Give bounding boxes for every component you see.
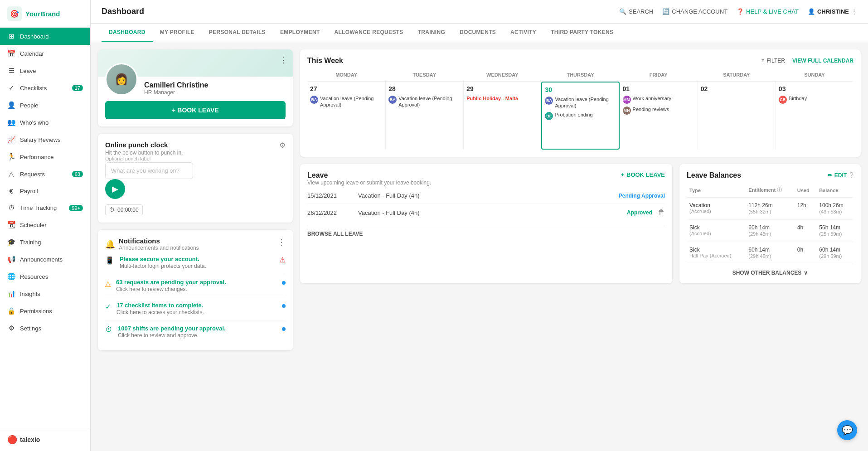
punch-input-label: Optional punch label	[105, 156, 286, 161]
notif-item-requests[interactable]: △ 63 requests are pending your approval.…	[105, 274, 286, 297]
leave-status: Approved	[627, 209, 652, 216]
dashboard-icon: ⊞	[7, 32, 15, 40]
sidebar-item-announcements[interactable]: 📢 Announcements	[0, 251, 90, 268]
cal-day-header-sunday: SUNDAY	[776, 70, 853, 82]
sidebar-item-checklists[interactable]: ✓ Checklists 17	[0, 79, 90, 97]
cal-day-03: 03CRBirthday	[776, 82, 853, 150]
punch-header: Online punch clock Hit the below button …	[105, 141, 286, 156]
sidebar-label-insights: Insights	[20, 291, 40, 297]
punch-info: Online punch clock Hit the below button …	[105, 141, 183, 156]
sidebar-item-time-tracking[interactable]: ⏱ Time Tracking 99+	[0, 199, 90, 216]
notif-shifts-desc: Click here to review and approve.	[118, 332, 276, 339]
sidebar-item-people[interactable]: 👤 People	[0, 97, 90, 114]
notif-secure-link[interactable]: Please secure your account.	[120, 256, 199, 262]
lb-type-sub: (Accrued)	[689, 209, 743, 214]
leave-title: Leave	[307, 171, 431, 179]
notif-item-shifts[interactable]: ⏱ 1007 shifts are pending your approval.…	[105, 320, 286, 343]
main-area: Dashboard 🔍 SEARCH 🔄 CHANGE ACCOUNT ❓ HE…	[91, 0, 868, 451]
sidebar-item-calendar[interactable]: 📅 Calendar	[0, 45, 90, 62]
sidebar-item-leave[interactable]: ☰ Leave	[0, 62, 90, 79]
profile-body: 👩 Camilleri Christine HR Manager	[98, 63, 293, 96]
book-leave-button[interactable]: + BOOK LEAVE	[105, 101, 286, 119]
cal-avatar: CR	[779, 96, 787, 104]
notif-checklists-link[interactable]: 17 checklist items to complete.	[116, 302, 203, 309]
show-other-balances-button[interactable]: SHOW OTHER BALANCES ∨	[687, 264, 853, 276]
search-action[interactable]: 🔍 SEARCH	[619, 8, 653, 15]
sidebar-item-training[interactable]: 🎓 Training	[0, 233, 90, 251]
sidebar-item-salary-reviews[interactable]: 📈 Salary Reviews	[0, 131, 90, 148]
lb-balance: 60h 14m(29h 59m)	[816, 242, 853, 264]
sidebar-item-scheduler[interactable]: 📆 Scheduler	[0, 216, 90, 233]
notif-secure-text: Please secure your account. Multi-factor…	[120, 256, 274, 269]
notif-item-checklists[interactable]: ✓ 17 checklist items to complete. Click …	[105, 297, 286, 320]
book-leave-link[interactable]: + BOOK LEAVE	[621, 171, 665, 178]
notif-item-secure[interactable]: 📱 Please secure your account. Multi-fact…	[105, 251, 286, 274]
sidebar-label-settings: Settings	[20, 325, 41, 332]
cal-day-header-wednesday: WEDNESDAY	[463, 70, 541, 82]
cal-event-text: Birthday	[789, 95, 807, 102]
user-menu-icon: ⋮	[851, 8, 857, 15]
sidebar-item-whos-who[interactable]: 👥 Who's who	[0, 114, 90, 131]
change-account-action[interactable]: 🔄 CHANGE ACCOUNT	[662, 8, 727, 15]
leave-header: Leave View upcoming leave or submit your…	[307, 171, 665, 186]
cal-day-header-tuesday: TUESDAY	[385, 70, 463, 82]
calendar-icon: 📅	[7, 49, 15, 58]
cal-event-text: Vacation leave (Pending Approval)	[320, 95, 383, 108]
leave-icon: ☰	[7, 67, 15, 75]
leave-delete-button[interactable]: 🗑	[658, 209, 665, 217]
sidebar-item-performance[interactable]: 🏃 Performance	[0, 148, 90, 165]
bottom-row: Leave View upcoming leave or submit your…	[300, 164, 861, 283]
tab-dashboard[interactable]: DASHBOARD	[102, 24, 153, 42]
sidebar-item-payroll[interactable]: € Payroll	[0, 183, 90, 199]
sidebar-label-training: Training	[20, 239, 41, 246]
lb-edit-button[interactable]: ✏ EDIT	[828, 172, 847, 179]
tab-my-profile[interactable]: MY PROFILE	[153, 24, 202, 42]
notif-requests-link[interactable]: 63 requests are pending your approval.	[116, 279, 226, 286]
tab-training[interactable]: TRAINING	[411, 24, 452, 42]
sidebar-item-permissions[interactable]: 🔒 Permissions	[0, 302, 90, 320]
sidebar-item-insights[interactable]: 📊 Insights	[0, 285, 90, 302]
cal-day-header-friday: FRIDAY	[620, 70, 698, 82]
topbar: Dashboard 🔍 SEARCH 🔄 CHANGE ACCOUNT ❓ HE…	[91, 0, 868, 24]
lb-type: Sick (Accrued)	[687, 220, 746, 242]
tab-allowance-requests[interactable]: ALLOWANCE REQUESTS	[327, 24, 411, 42]
sidebar-item-settings[interactable]: ⚙ Settings	[0, 320, 90, 337]
punch-play-button[interactable]: ▶	[105, 179, 125, 199]
calendar-filter-button[interactable]: ≡ FILTER	[761, 58, 785, 64]
browse-all-leave-link[interactable]: BROWSE ALL LEAVE	[307, 226, 665, 237]
sidebar-label-checklists: Checklists	[20, 85, 47, 92]
punch-settings-icon[interactable]: ⚙	[279, 141, 286, 150]
sidebar-item-requests[interactable]: △ Requests 63	[0, 165, 90, 183]
tab-third-party-tokens[interactable]: THIRD PARTY TOKENS	[543, 24, 621, 42]
cal-date-28: 28	[388, 85, 461, 92]
tab-personal-details[interactable]: PERSONAL DETAILS	[202, 24, 273, 42]
notif-shifts-link[interactable]: 1007 shifts are pending your approval.	[118, 325, 226, 332]
tab-documents[interactable]: DOCUMENTS	[452, 24, 503, 42]
cal-event-text: Pending reviews	[633, 106, 669, 112]
leave-card: Leave View upcoming leave or submit your…	[300, 164, 672, 283]
user-action[interactable]: 👤 CHRISTINE ⋮	[808, 8, 857, 15]
lb-help-icon[interactable]: ?	[849, 171, 853, 179]
notif-kebab-menu[interactable]: ⋮	[277, 237, 286, 247]
checklist-icon: ✓	[105, 302, 111, 311]
lb-type-name: Vacation	[689, 202, 743, 209]
view-full-calendar-link[interactable]: VIEW FULL CALENDAR	[792, 58, 853, 64]
chat-bubble-button[interactable]: 💬	[837, 420, 857, 440]
notif-subtitle: Announcements and notifications	[119, 245, 199, 251]
time-tracking-badge: 99+	[69, 205, 83, 211]
cal-event: BAVacation leave (Pending Approval)	[310, 95, 383, 108]
lb-type-name: Sick	[689, 247, 743, 253]
help-action[interactable]: ❓ HELP & LIVE CHAT	[737, 8, 799, 15]
content-area: ⋮ 👩 Camilleri Christine HR Manager + BOO…	[91, 42, 868, 451]
leave-row: 15/12/2021 Vacation - Full Day (4h) Pend…	[307, 188, 665, 204]
filter-label: FILTER	[766, 58, 785, 64]
tab-employment[interactable]: EMPLOYMENT	[273, 24, 327, 42]
punch-input-field[interactable]	[105, 162, 193, 179]
leave-rows: 15/12/2021 Vacation - Full Day (4h) Pend…	[307, 188, 665, 221]
profile-menu-button[interactable]: ⋮	[279, 55, 287, 65]
tab-activity[interactable]: ACTIVITY	[503, 24, 543, 42]
sidebar-item-dashboard[interactable]: ⊞ Dashboard	[0, 28, 90, 45]
cal-day-30: 30BAVacation leave (Pending Approval)BEP…	[541, 82, 619, 150]
avatar: 👩	[105, 63, 138, 96]
sidebar-item-resources[interactable]: 🌐 Resources	[0, 268, 90, 285]
